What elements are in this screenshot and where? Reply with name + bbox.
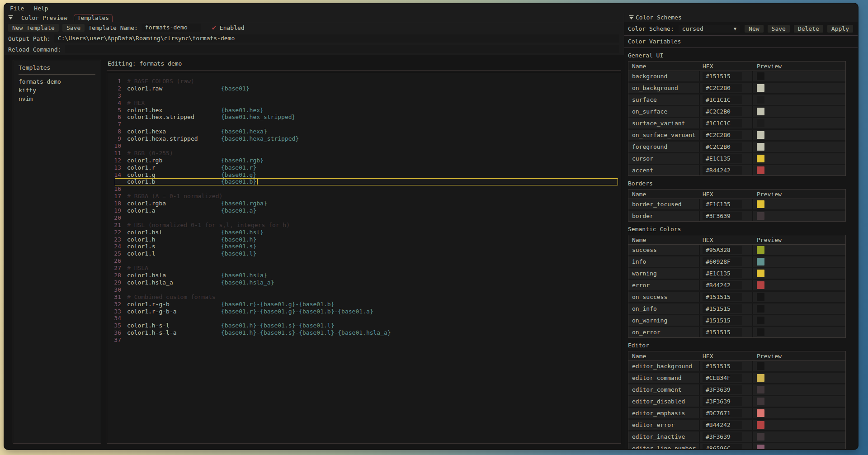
code-line-13[interactable]: 13color1.r{base01.r} — [111, 164, 619, 171]
hex-value-input[interactable]: #151515 — [703, 304, 742, 313]
hex-value-input[interactable]: #E1C135 — [703, 154, 742, 163]
code-line-10[interactable]: 10 — [111, 142, 619, 150]
code-line-16[interactable]: 16 — [111, 185, 619, 193]
hex-value-input[interactable]: #95A328 — [703, 246, 742, 254]
code-line-34[interactable]: 34 — [111, 315, 619, 322]
code-line-19[interactable]: 19color1.a{base01.a} — [111, 207, 619, 214]
reload-command-input[interactable] — [65, 45, 619, 53]
collapse-schemes-icon[interactable] — [629, 15, 634, 20]
code-line-28[interactable]: 28color1.hsla{base01.hsla} — [111, 272, 619, 279]
code-line-24[interactable]: 24color1.s{base01.s} — [111, 243, 619, 250]
color-swatch[interactable] — [757, 131, 764, 139]
color-swatch[interactable] — [757, 421, 764, 429]
template-name-input[interactable]: formats-demo — [142, 24, 201, 32]
code-line-12[interactable]: 12color1.rgb{base01.rgb} — [111, 157, 619, 164]
code-line-30[interactable]: 30 — [111, 286, 619, 294]
hex-value-input[interactable]: #151515 — [703, 362, 742, 370]
code-line-37[interactable]: 37 — [111, 337, 619, 344]
hex-value-input[interactable]: #1C1C1C — [703, 119, 742, 128]
color-swatch[interactable] — [757, 270, 764, 277]
color-swatch[interactable] — [757, 166, 764, 174]
color-swatch[interactable] — [757, 72, 764, 80]
color-swatch[interactable] — [757, 386, 764, 393]
code-line-8[interactable]: 8color1.hexa{base01.hexa} — [111, 128, 619, 135]
hex-value-input[interactable]: #C2C2B0 — [703, 131, 742, 139]
code-line-20[interactable]: 20 — [111, 214, 619, 222]
hex-value-input[interactable]: #86596C — [703, 444, 742, 449]
code-line-36[interactable]: 36color1.h-s-l-a{base01.h}-{base01.s}-{b… — [111, 329, 619, 337]
hex-value-input[interactable]: #3F3639 — [703, 385, 742, 394]
hex-value-input[interactable]: #CEB34F — [703, 374, 742, 382]
color-swatch[interactable] — [757, 362, 764, 370]
menu-item-file[interactable]: File — [10, 5, 24, 12]
color-swatch[interactable] — [757, 374, 764, 382]
scheme-apply-button[interactable]: Apply — [827, 25, 853, 33]
color-swatch[interactable] — [757, 200, 764, 208]
hex-value-input[interactable]: #151515 — [703, 316, 742, 325]
code-line-9[interactable]: 9color1.hexa.stripped{base01.hexa_stripp… — [111, 135, 619, 142]
template-item-nvim[interactable]: nvim — [19, 95, 95, 104]
code-line-22[interactable]: 22color1.hsl{base01.hsl} — [111, 229, 619, 236]
hex-value-input[interactable]: #B44242 — [703, 421, 742, 429]
color-swatch[interactable] — [757, 155, 764, 162]
code-line-14[interactable]: 14color1.g{base01.g} — [111, 171, 619, 179]
code-line-26[interactable]: 26 — [111, 257, 619, 265]
code-line-25[interactable]: 25color1.l{base01.l} — [111, 250, 619, 257]
hex-value-input[interactable]: #1C1C1C — [703, 95, 742, 104]
code-line-27[interactable]: 27# HSLA — [111, 265, 619, 272]
color-swatch[interactable] — [757, 108, 764, 115]
code-line-7[interactable]: 7 — [111, 121, 619, 128]
hex-value-input[interactable]: #E1C135 — [703, 200, 742, 209]
code-line-3[interactable]: 3 — [111, 92, 619, 100]
color-swatch[interactable] — [757, 281, 764, 289]
template-item-formats-demo[interactable]: formats-demo — [19, 78, 95, 86]
hex-value-input[interactable]: #151515 — [703, 328, 742, 337]
color-swatch[interactable] — [757, 433, 764, 441]
enabled-checkbox[interactable]: ✔ — [212, 24, 216, 31]
code-line-29[interactable]: 29color1.hsla_a{base01.hsla_a} — [111, 279, 619, 286]
hex-value-input[interactable]: #151515 — [703, 72, 742, 81]
scheme-delete-button[interactable]: Delete — [794, 25, 823, 33]
tab-templates[interactable]: Templates — [74, 14, 113, 22]
color-swatch[interactable] — [757, 246, 764, 254]
code-line-23[interactable]: 23color1.h{base01.h} — [111, 236, 619, 243]
hex-value-input[interactable]: #3F3639 — [703, 397, 742, 406]
hex-value-input[interactable]: #60928F — [703, 257, 742, 266]
code-line-33[interactable]: 33color1.r-g-b-a{base01.r}-{base01.g}-{b… — [111, 308, 619, 315]
scheme-save-button[interactable]: Save — [768, 25, 790, 33]
code-line-6[interactable]: 6color1.hex.stripped{base01.hex_stripped… — [111, 114, 619, 121]
color-swatch[interactable] — [757, 409, 764, 417]
color-swatch[interactable] — [757, 212, 764, 220]
code-line-17[interactable]: 17# RGBA (A = 0-1 normalized) — [111, 193, 619, 200]
color-swatch[interactable] — [757, 258, 764, 265]
menu-item-help[interactable]: Help — [34, 5, 48, 12]
template-item-kitty[interactable]: kitty — [19, 86, 95, 95]
output-path-input[interactable]: C:\Users\user\AppData\Roaming\clrsync\fo… — [54, 34, 619, 43]
color-swatch[interactable] — [757, 398, 764, 405]
code-line-1[interactable]: 1# BASE COLORS (raw) — [111, 78, 619, 85]
hex-value-input[interactable]: #3F3639 — [703, 212, 742, 220]
hex-value-input[interactable]: #C2C2B0 — [703, 84, 742, 92]
code-line-31[interactable]: 31# Combined custom formats — [111, 294, 619, 301]
color-swatch[interactable] — [757, 96, 764, 104]
hex-value-input[interactable]: #B44242 — [703, 166, 742, 175]
hex-value-input[interactable]: #B44242 — [703, 281, 742, 289]
code-line-18[interactable]: 18color1.rgba{base01.rgba} — [111, 200, 619, 207]
code-line-35[interactable]: 35color1.h-s-l{base01.h}-{base01.s}-{bas… — [111, 322, 619, 329]
color-swatch[interactable] — [757, 119, 764, 127]
color-swatch[interactable] — [757, 328, 764, 336]
hex-value-input[interactable]: #C2C2B0 — [703, 107, 742, 116]
scheme-dropdown[interactable]: cursed ▼ — [679, 25, 740, 33]
scheme-new-button[interactable]: New — [745, 25, 763, 33]
hex-value-input[interactable]: #DC7671 — [703, 409, 742, 417]
color-swatch[interactable] — [757, 305, 764, 313]
tab-color-preview[interactable]: Color Preview — [18, 14, 71, 22]
hex-value-input[interactable]: #C2C2B0 — [703, 142, 742, 151]
color-swatch[interactable] — [757, 84, 764, 92]
code-line-4[interactable]: 4# HEX — [111, 100, 619, 107]
code-line-2[interactable]: 2color1.raw{base01} — [111, 85, 619, 92]
color-swatch[interactable] — [757, 143, 764, 151]
code-line-32[interactable]: 32color1.r-g-b{base01.r}-{base01.g}-{bas… — [111, 301, 619, 308]
code-line-15[interactable]: color1.b{base01.b} — [115, 178, 618, 185]
color-swatch[interactable] — [757, 293, 764, 301]
